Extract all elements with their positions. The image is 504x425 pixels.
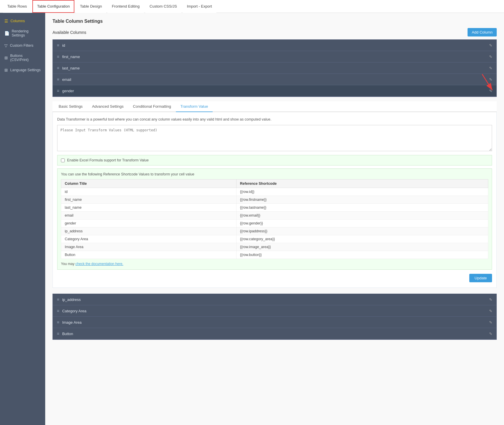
column-row-left: ≡ Button bbox=[57, 331, 73, 336]
settings-content: Data Transformer is a powerful tool wher… bbox=[52, 112, 497, 288]
edit-icon-gender-container: ✎ bbox=[489, 89, 492, 93]
shortcode-row: Image Area{{row.image_area}} bbox=[61, 243, 488, 251]
table-row[interactable]: ≡ last_name ✎ bbox=[53, 62, 496, 74]
update-button[interactable]: Update bbox=[469, 274, 492, 282]
column-name-ip: ip_address bbox=[62, 297, 81, 302]
drag-icon: ≡ bbox=[57, 54, 59, 59]
edit-icon-first-name[interactable]: ✎ bbox=[489, 55, 492, 59]
update-row: Update bbox=[57, 274, 492, 282]
edit-icon-category[interactable]: ✎ bbox=[489, 309, 492, 313]
edit-icon-last-name[interactable]: ✎ bbox=[489, 66, 492, 70]
shortcode-intro: You can use the following Reference Shor… bbox=[61, 172, 488, 176]
column-name-first-name: first_name bbox=[62, 55, 80, 59]
shortcode-row: ip_address{{row.ipaddress}} bbox=[61, 227, 488, 235]
tab-frontend-editing[interactable]: Frontend Editing bbox=[107, 0, 144, 13]
drag-icon: ≡ bbox=[57, 43, 59, 48]
column-name-email: email bbox=[62, 77, 71, 82]
tab-table-rows[interactable]: Table Rows bbox=[3, 0, 31, 13]
sidebar-item-language-settings[interactable]: ⊞ Language Settings bbox=[0, 65, 45, 75]
edit-icon-id[interactable]: ✎ bbox=[489, 43, 492, 48]
sidebar-item-custom-filters[interactable]: ▽ Custom Filters bbox=[0, 40, 45, 51]
shortcode-column-title: id bbox=[61, 188, 237, 196]
sidebar-label-custom-filters: Custom Filters bbox=[10, 43, 34, 48]
table-row[interactable]: ≡ Category Area ✎ bbox=[53, 305, 496, 317]
shortcode-column-title: Image Area bbox=[61, 243, 237, 251]
sidebar-item-columns[interactable]: ☰ Columns bbox=[0, 16, 45, 26]
tab-import-export[interactable]: Import - Export bbox=[183, 0, 216, 13]
shortcode-row: Category Area{{row.category_area}} bbox=[61, 235, 488, 243]
main-content: Table Column Settings Available Columns … bbox=[45, 13, 504, 425]
shortcode-value: {{row.ipaddress}} bbox=[236, 227, 488, 235]
column-name-gender: gender bbox=[62, 89, 74, 93]
shortcode-value: {{row.firstname}} bbox=[236, 196, 488, 204]
drag-icon: ≡ bbox=[57, 331, 59, 336]
drag-icon: ≡ bbox=[57, 77, 59, 82]
tab-transform-value[interactable]: Transform Value bbox=[176, 101, 213, 112]
tab-table-design[interactable]: Table Design bbox=[76, 0, 106, 13]
edit-icon-button[interactable]: ✎ bbox=[489, 332, 492, 336]
column-row-left: ≡ first_name bbox=[57, 54, 80, 59]
top-nav: Table Rows Table Configuration Table Des… bbox=[0, 0, 504, 13]
drag-icon: ≡ bbox=[57, 88, 59, 93]
tab-table-configuration[interactable]: Table Configuration bbox=[32, 0, 74, 13]
shortcode-value: {{row.lastname}} bbox=[236, 204, 488, 212]
drag-icon: ≡ bbox=[57, 320, 59, 325]
column-name-button: Button bbox=[62, 332, 73, 336]
available-columns-label: Available Columns bbox=[52, 30, 86, 35]
custom-filters-icon: ▽ bbox=[4, 43, 8, 48]
shortcode-value: {{row.category_area}} bbox=[236, 235, 488, 243]
tab-conditional-formatting[interactable]: Conditional Formatting bbox=[128, 101, 176, 112]
sidebar: ☰ Columns 📄 Rendering Settings ▽ Custom … bbox=[0, 13, 45, 425]
column-row-left: ≡ email bbox=[57, 77, 71, 82]
shortcode-row: email{{row.email}} bbox=[61, 212, 488, 220]
table-row[interactable]: ≡ Image Area ✎ bbox=[53, 317, 496, 328]
sidebar-item-buttons-csv[interactable]: ⊞ Buttons (CSV/Print) bbox=[0, 51, 45, 65]
columns-top-list: ≡ id ✎ ≡ first_name ✎ ≡ last_name ✎ bbox=[52, 39, 497, 97]
transform-description: Data Transformer is a powerful tool wher… bbox=[57, 117, 492, 121]
column-row-left: ≡ last_name bbox=[57, 66, 80, 70]
sidebar-item-rendering-settings[interactable]: 📄 Rendering Settings bbox=[0, 26, 45, 40]
shortcode-column-title: first_name bbox=[61, 196, 237, 204]
shortcode-column-title: Category Area bbox=[61, 235, 237, 243]
tab-basic-settings[interactable]: Basic Settings bbox=[54, 101, 87, 112]
column-name-id: id bbox=[62, 43, 65, 48]
settings-tabs: Basic Settings Advanced Settings Conditi… bbox=[52, 101, 497, 112]
shortcode-row: id{{row.id}} bbox=[61, 188, 488, 196]
excel-formula-label: Enable Excel Formula support for Transfo… bbox=[67, 158, 149, 162]
shortcode-column-title: gender bbox=[61, 220, 237, 227]
table-row[interactable]: ≡ first_name ✎ bbox=[53, 51, 496, 62]
columns-bottom-list: ≡ ip_address ✎ ≡ Category Area ✎ ≡ Image… bbox=[52, 294, 497, 340]
shortcode-value: {{row.id}} bbox=[236, 188, 488, 196]
sidebar-label-buttons-csv: Buttons (CSV/Print) bbox=[10, 54, 41, 62]
shortcode-table-header-title: Column Title bbox=[61, 180, 237, 188]
shortcode-section: You can use the following Reference Shor… bbox=[57, 168, 492, 270]
edit-icon-gender[interactable]: ✎ bbox=[489, 89, 492, 93]
add-column-button[interactable]: Add Column bbox=[468, 28, 497, 36]
table-row[interactable]: ≡ email ✎ bbox=[53, 74, 496, 85]
table-row[interactable]: ≡ gender ✎ bbox=[53, 85, 496, 97]
edit-icon-image[interactable]: ✎ bbox=[489, 320, 492, 325]
excel-formula-row: Enable Excel Formula support for Transfo… bbox=[57, 155, 492, 166]
tab-advanced-settings[interactable]: Advanced Settings bbox=[87, 101, 128, 112]
column-name-category: Category Area bbox=[62, 309, 86, 313]
drag-icon: ≡ bbox=[57, 66, 59, 70]
tab-custom-css-js[interactable]: Custom CSS/JS bbox=[145, 0, 181, 13]
table-row[interactable]: ≡ id ✎ bbox=[53, 40, 496, 51]
shortcode-table: Column Title Reference Shortcode id{{row… bbox=[61, 179, 488, 259]
excel-formula-checkbox[interactable] bbox=[61, 158, 65, 162]
edit-icon-email[interactable]: ✎ bbox=[489, 77, 492, 82]
column-row-left: ≡ gender bbox=[57, 88, 74, 93]
shortcode-row: Button{{row.button}} bbox=[61, 251, 488, 259]
table-row[interactable]: ≡ ip_address ✎ bbox=[53, 294, 496, 305]
doc-link[interactable]: check the documentation here. bbox=[76, 262, 123, 266]
column-name-image: Image Area bbox=[62, 320, 82, 325]
sidebar-label-columns: Columns bbox=[10, 19, 25, 23]
shortcode-column-title: email bbox=[61, 212, 237, 220]
shortcode-value: {{row.gender}} bbox=[236, 220, 488, 227]
edit-icon-ip[interactable]: ✎ bbox=[489, 297, 492, 302]
shortcode-value: {{row.image_area}} bbox=[236, 243, 488, 251]
table-row[interactable]: ≡ Button ✎ bbox=[53, 328, 496, 339]
shortcode-column-title: last_name bbox=[61, 204, 237, 212]
transform-textarea[interactable] bbox=[57, 125, 492, 151]
sidebar-label-language-settings: Language Settings bbox=[10, 68, 41, 72]
